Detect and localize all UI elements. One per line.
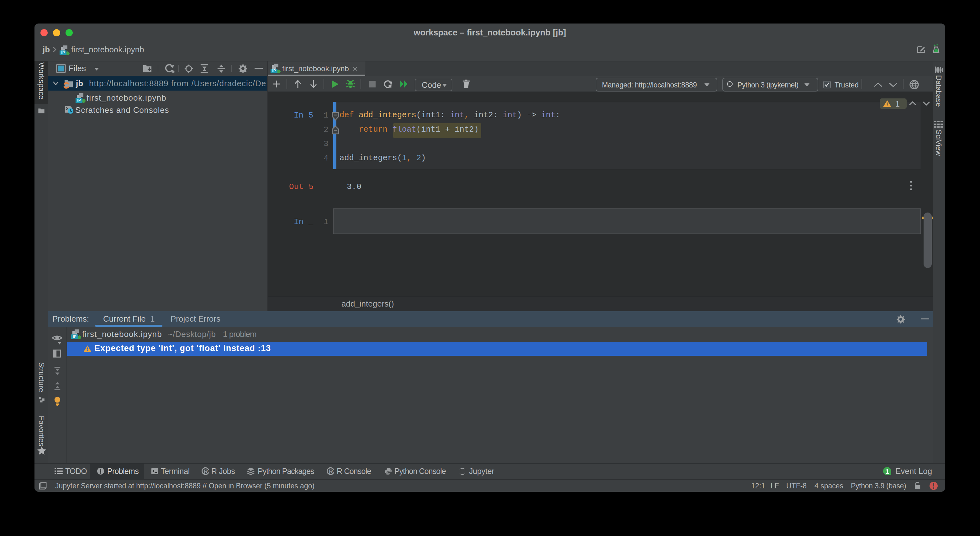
svg-text:R: R	[204, 469, 208, 475]
svg-text:R: R	[329, 469, 333, 475]
